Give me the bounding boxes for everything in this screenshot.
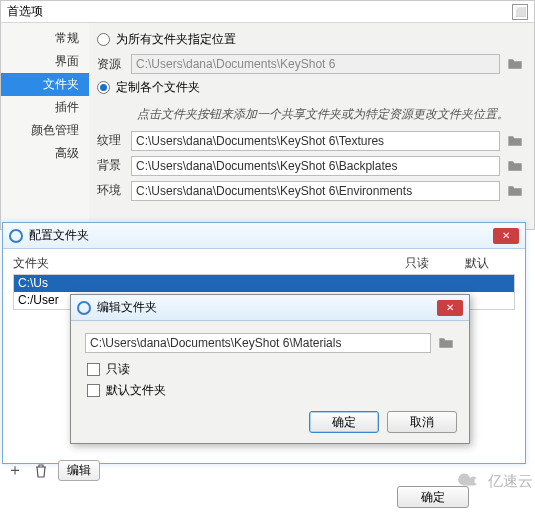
watermark: 亿速云 (455, 470, 533, 492)
edit-app-icon (77, 301, 91, 315)
browse-backplates[interactable] (506, 157, 524, 175)
prefs-titlebar: 首选项 ⬜ (1, 1, 534, 23)
edit-close-button[interactable]: ✕ (437, 300, 463, 316)
checkbox-icon (87, 363, 100, 376)
checkbox-default[interactable]: 默认文件夹 (87, 382, 455, 399)
dlg-titlebar: 配置文件夹 ✕ (3, 223, 525, 249)
radio-label: 定制各个文件夹 (116, 79, 200, 96)
edit-cancel-button[interactable]: 取消 (387, 411, 457, 433)
sidebar-item-plugins[interactable]: 插件 (1, 96, 89, 119)
browse-resource[interactable] (506, 55, 524, 73)
svg-point-0 (475, 478, 481, 484)
checkbox-label: 只读 (106, 361, 130, 378)
hint-text: 点击文件夹按钮来添加一个共享文件夹或为特定资源更改文件夹位置。 (97, 102, 524, 131)
col-default: 默认 (465, 255, 515, 272)
prefs-sidebar: 常规 界面 文件夹 插件 颜色管理 高级 (1, 23, 89, 229)
checkbox-icon (87, 384, 100, 397)
row-label-textures: 纹理 (97, 132, 131, 149)
browse-textures[interactable] (506, 132, 524, 150)
watermark-text: 亿速云 (488, 472, 533, 491)
preferences-window: 首选项 ⬜ 常规 界面 文件夹 插件 颜色管理 高级 为所有文件夹指定位置 资源… (0, 0, 535, 230)
checkbox-readonly[interactable]: 只读 (87, 361, 455, 378)
path-backplates[interactable]: C:\Users\dana\Documents\KeyShot 6\Backpl… (131, 156, 500, 176)
row-label-backplates: 背景 (97, 157, 131, 174)
prefs-content: 为所有文件夹指定位置 资源 C:\Users\dana\Documents\Ke… (89, 23, 534, 229)
sidebar-item-general[interactable]: 常规 (1, 27, 89, 50)
radio-label: 为所有文件夹指定位置 (116, 31, 236, 48)
delete-button[interactable] (32, 462, 50, 480)
prefs-title-text: 首选项 (7, 3, 43, 20)
dlg-app-icon (9, 229, 23, 243)
sidebar-item-advanced[interactable]: 高级 (1, 142, 89, 165)
edit-ok-button[interactable]: 确定 (309, 411, 379, 433)
browse-env[interactable] (506, 182, 524, 200)
path-textures[interactable]: C:\Users\dana\Documents\KeyShot 6\Textur… (131, 131, 500, 151)
sidebar-item-color[interactable]: 颜色管理 (1, 119, 89, 142)
edit-title-text: 编辑文件夹 (97, 299, 157, 316)
col-folder: 文件夹 (13, 255, 405, 272)
col-readonly: 只读 (405, 255, 465, 272)
edit-path-input[interactable] (85, 333, 431, 353)
list-row[interactable]: C:\Us (14, 275, 514, 292)
path-resource: C:\Users\dana\Documents\KeyShot 6 (131, 54, 500, 74)
radio-custom-folders[interactable]: 定制各个文件夹 (97, 79, 524, 96)
edit-folder-dialog: 编辑文件夹 ✕ 只读 默认文件夹 确定 取消 (70, 294, 470, 444)
radio-all-folders[interactable]: 为所有文件夹指定位置 (97, 31, 524, 48)
dlg-title-text: 配置文件夹 (29, 227, 89, 244)
sidebar-item-interface[interactable]: 界面 (1, 50, 89, 73)
dlg-close-button[interactable]: ✕ (493, 228, 519, 244)
row-label-env: 环境 (97, 182, 131, 199)
radio-icon-on (97, 81, 110, 94)
sidebar-item-folders[interactable]: 文件夹 (1, 73, 89, 96)
list-header: 文件夹 只读 默认 (3, 249, 525, 274)
checkbox-label: 默认文件夹 (106, 382, 166, 399)
row-label-resource: 资源 (97, 56, 131, 73)
add-button[interactable]: ＋ (6, 462, 24, 480)
edit-button[interactable]: 编辑 (58, 460, 100, 481)
radio-icon (97, 33, 110, 46)
edit-titlebar: 编辑文件夹 ✕ (71, 295, 469, 321)
prefs-min-icon[interactable]: ⬜ (512, 4, 528, 20)
list-toolbar: ＋ 编辑 (6, 460, 100, 481)
path-env[interactable]: C:\Users\dana\Documents\KeyShot 6\Enviro… (131, 181, 500, 201)
edit-browse-button[interactable] (437, 334, 455, 352)
